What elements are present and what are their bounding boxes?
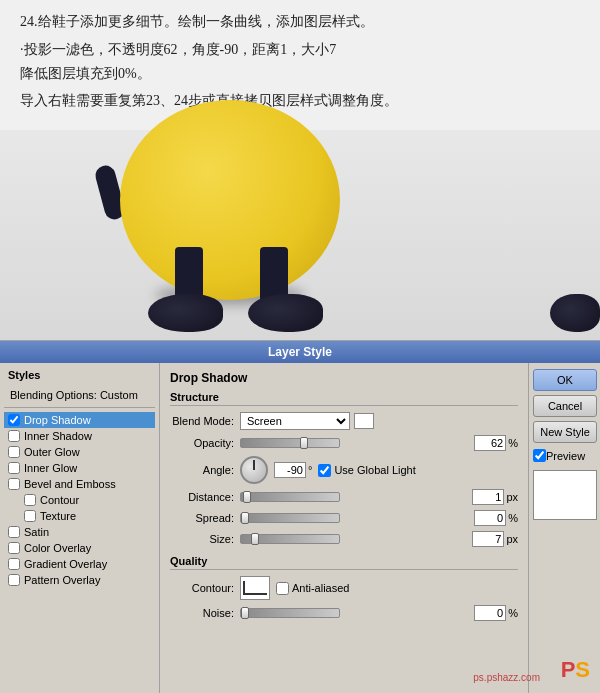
distance-label: Distance:	[170, 491, 240, 503]
gradient-overlay-label: Gradient Overlay	[24, 558, 107, 570]
opacity-slider-container	[240, 438, 474, 448]
noise-unit: %	[508, 607, 518, 619]
style-satin[interactable]: Satin	[4, 524, 155, 540]
blend-mode-select[interactable]: Screen Normal Multiply	[240, 412, 350, 430]
tutorial-text: 24.给鞋子添加更多细节。绘制一条曲线，添加图层样式。 ·投影一滤色，不透明度6…	[20, 10, 590, 113]
shoe-left	[148, 294, 223, 332]
options-panel: Drop Shadow Structure Blend Mode: Screen…	[160, 363, 528, 693]
opacity-row: Opacity: %	[170, 435, 518, 451]
outer-glow-checkbox[interactable]	[8, 446, 20, 458]
inner-shadow-label: Inner Shadow	[24, 430, 92, 442]
preview-checkbox-container: Preview	[533, 449, 596, 462]
style-pattern-overlay[interactable]: Pattern Overlay	[4, 572, 155, 588]
noise-input[interactable]	[474, 605, 506, 621]
color-overlay-label: Color Overlay	[24, 542, 91, 554]
style-drop-shadow[interactable]: Drop Shadow	[4, 412, 155, 428]
blending-options[interactable]: Blending Options: Custom	[4, 387, 155, 403]
spread-slider[interactable]	[240, 513, 340, 523]
size-unit: px	[506, 533, 518, 545]
noise-slider[interactable]	[240, 608, 340, 618]
style-color-overlay[interactable]: Color Overlay	[4, 540, 155, 556]
opacity-input[interactable]	[474, 435, 506, 451]
dialog-title: Layer Style	[268, 345, 332, 359]
angle-unit: °	[308, 464, 312, 476]
separator	[4, 407, 155, 408]
blend-mode-label: Blend Mode:	[170, 415, 240, 427]
size-row: Size: px	[170, 531, 518, 547]
contour-label: Contour:	[170, 582, 240, 594]
size-slider[interactable]	[240, 534, 340, 544]
opacity-slider[interactable]	[240, 438, 340, 448]
anti-aliased-text: Anti-aliased	[292, 582, 349, 594]
contour-line	[243, 581, 267, 595]
shoe-right	[248, 294, 323, 332]
distance-thumb	[243, 491, 251, 503]
texture-checkbox[interactable]	[24, 510, 36, 522]
ps-logo: PS	[561, 657, 590, 683]
buttons-panel: OK Cancel New Style Preview	[528, 363, 600, 693]
style-contour[interactable]: Contour	[4, 492, 155, 508]
blend-color-box[interactable]	[354, 413, 374, 429]
tutorial-line1: 24.给鞋子添加更多细节。绘制一条曲线，添加图层样式。	[20, 10, 590, 34]
style-inner-glow[interactable]: Inner Glow	[4, 460, 155, 476]
color-overlay-checkbox[interactable]	[8, 542, 20, 554]
global-light-checkbox[interactable]	[318, 464, 331, 477]
tutorial-line2: ·投影一滤色，不透明度62，角度-90，距离1，大小7	[20, 38, 590, 62]
contour-preview[interactable]	[240, 576, 270, 600]
anti-aliased-label: Anti-aliased	[276, 582, 349, 595]
ps-text-s: S	[575, 657, 590, 682]
noise-label: Noise:	[170, 607, 240, 619]
character-scene	[0, 130, 600, 340]
angle-dial[interactable]	[240, 456, 268, 484]
new-style-button[interactable]: New Style	[533, 421, 597, 443]
size-slider-container	[240, 534, 472, 544]
angle-row: Angle: ° Use Global Light	[170, 456, 518, 484]
section-title: Drop Shadow	[170, 371, 518, 385]
noise-row: Noise: %	[170, 605, 518, 621]
preview-box	[533, 470, 597, 520]
spread-row: Spread: %	[170, 510, 518, 526]
opacity-unit: %	[508, 437, 518, 449]
noise-slider-container	[240, 608, 474, 618]
distance-input[interactable]	[472, 489, 504, 505]
anti-aliased-checkbox[interactable]	[276, 582, 289, 595]
styles-panel-title: Styles	[4, 367, 155, 383]
styles-panel: Styles Blending Options: Custom Drop Sha…	[0, 363, 160, 693]
tutorial-line4: 导入右鞋需要重复第23、24步或直接拷贝图层样式调整角度。	[20, 89, 590, 113]
style-inner-shadow[interactable]: Inner Shadow	[4, 428, 155, 444]
contour-row: Contour: Anti-aliased	[170, 576, 518, 600]
satin-checkbox[interactable]	[8, 526, 20, 538]
gradient-overlay-checkbox[interactable]	[8, 558, 20, 570]
drop-shadow-label: Drop Shadow	[24, 414, 91, 426]
size-input[interactable]	[472, 531, 504, 547]
drop-shadow-checkbox[interactable]	[8, 414, 20, 426]
spread-input[interactable]	[474, 510, 506, 526]
pattern-overlay-checkbox[interactable]	[8, 574, 20, 586]
inner-glow-checkbox[interactable]	[8, 462, 20, 474]
distance-slider[interactable]	[240, 492, 340, 502]
style-gradient-overlay[interactable]: Gradient Overlay	[4, 556, 155, 572]
cancel-button[interactable]: Cancel	[533, 395, 597, 417]
dialog-titlebar: Layer Style	[0, 341, 600, 363]
style-outer-glow[interactable]: Outer Glow	[4, 444, 155, 460]
size-thumb	[251, 533, 259, 545]
quality-section: Quality Contour: Anti-aliased Noise:	[170, 555, 518, 621]
shoe-partial	[550, 294, 600, 332]
preview-checkbox[interactable]	[533, 449, 546, 462]
inner-shadow-checkbox[interactable]	[8, 430, 20, 442]
bevel-emboss-checkbox[interactable]	[8, 478, 20, 490]
angle-input[interactable]	[274, 462, 306, 478]
tutorial-line3: 降低图层填充到0%。	[20, 62, 590, 86]
angle-label: Angle:	[170, 464, 240, 476]
style-bevel-emboss[interactable]: Bevel and Emboss	[4, 476, 155, 492]
noise-thumb	[241, 607, 249, 619]
inner-glow-label: Inner Glow	[24, 462, 77, 474]
spread-unit: %	[508, 512, 518, 524]
layer-style-dialog: Layer Style Styles Blending Options: Cus…	[0, 340, 600, 693]
preview-label: Preview	[546, 450, 585, 462]
style-texture[interactable]: Texture	[4, 508, 155, 524]
contour-checkbox[interactable]	[24, 494, 36, 506]
opacity-label: Opacity:	[170, 437, 240, 449]
size-label: Size:	[170, 533, 240, 545]
ok-button[interactable]: OK	[533, 369, 597, 391]
